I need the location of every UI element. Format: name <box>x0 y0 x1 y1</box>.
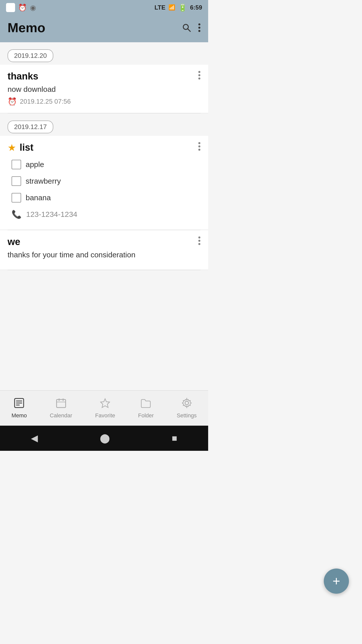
status-icon-white <box>6 3 15 12</box>
nav-folder-label: Folder <box>138 412 154 419</box>
memo-header-3: we <box>8 236 201 248</box>
svg-point-6 <box>198 74 200 76</box>
memo-title-2: list <box>20 142 33 153</box>
globe-status-icon: ◉ <box>30 4 36 12</box>
more-button[interactable] <box>198 23 201 32</box>
alarm-icon-1: ⏰ <box>8 97 17 106</box>
app-title: Memo <box>8 20 45 35</box>
svg-point-8 <box>198 142 200 144</box>
nav-favorite-label: Favorite <box>95 412 115 419</box>
checklist-item-1[interactable]: strawberry <box>8 173 201 189</box>
memo-body-3: thanks for your time and consideration <box>8 251 201 259</box>
svg-point-12 <box>198 240 200 242</box>
phone-icon: 📞 <box>12 210 22 219</box>
nav-memo[interactable]: Memo <box>12 397 27 419</box>
alarm-status-icon: ⏰ <box>18 4 27 12</box>
svg-point-4 <box>198 30 200 32</box>
svg-rect-18 <box>57 399 66 408</box>
nav-calendar[interactable]: Calendar <box>50 397 72 419</box>
checklist-item-0[interactable]: apple <box>8 156 201 173</box>
nav-settings[interactable]: Settings <box>177 397 197 419</box>
home-button[interactable]: ⬤ <box>100 433 110 444</box>
memo-more-button-2[interactable] <box>198 142 201 153</box>
date-badge-2: 2019.12.17 <box>8 120 53 133</box>
battery-icon: 🔋 <box>178 4 187 12</box>
phone-row[interactable]: 📞 123-1234-1234 <box>8 206 201 223</box>
memo-more-icon-1 <box>198 71 201 80</box>
memo-more-button-3[interactable] <box>198 236 201 248</box>
search-button[interactable] <box>182 23 191 32</box>
search-icon <box>182 23 191 32</box>
memo-nav-icon <box>14 397 25 411</box>
memo-title-row-2: ★ list <box>8 142 33 153</box>
svg-point-10 <box>198 149 200 151</box>
status-left: ⏰ ◉ <box>6 3 36 12</box>
system-nav-bar: ◀ ⬤ ■ <box>0 426 208 451</box>
nav-settings-label: Settings <box>177 412 197 419</box>
date-badge-wrap-2: 2019.12.17 <box>0 113 208 136</box>
memo-body-1: now download <box>8 85 201 94</box>
memo-title-3: we <box>8 236 20 247</box>
checkbox-1[interactable] <box>12 176 21 186</box>
memo-title-1: thanks <box>8 71 38 82</box>
favorite-nav-icon <box>100 397 111 411</box>
divider-3 <box>8 270 201 270</box>
app-header: Memo <box>0 15 208 42</box>
svg-line-1 <box>188 29 190 31</box>
settings-nav-icon <box>181 397 192 411</box>
phone-number: 123-1234-1234 <box>26 210 77 219</box>
checklist-item-2[interactable]: banana <box>8 189 201 206</box>
date-badge-wrap-1: 2019.12.20 <box>0 42 208 65</box>
lte-label: LTE <box>154 4 165 11</box>
checklist-text-1: strawberry <box>26 177 61 185</box>
memo-header-1: thanks <box>8 71 201 82</box>
memo-title-row-3: we <box>8 236 20 247</box>
date-badge-1: 2019.12.20 <box>8 49 53 62</box>
calendar-nav-icon <box>56 397 67 411</box>
header-icons <box>182 23 201 32</box>
svg-marker-22 <box>101 399 110 408</box>
main-content: 2019.12.20 thanks now download ⏰ 2019.12… <box>0 42 208 390</box>
svg-point-5 <box>198 71 200 73</box>
bottom-nav: Memo Calendar Favorite Folder <box>0 390 208 426</box>
memo-card-2[interactable]: ★ list apple strawberry banana <box>0 136 208 230</box>
svg-point-7 <box>198 77 200 79</box>
signal-icon: 📶 <box>168 4 175 11</box>
memo-more-button-1[interactable] <box>198 71 201 82</box>
memo-title-row-1: thanks <box>8 71 38 82</box>
alarm-time-1: 2019.12.25 07:56 <box>20 98 71 105</box>
nav-favorite[interactable]: Favorite <box>95 397 115 419</box>
memo-card-3[interactable]: we thanks for your time and consideratio… <box>0 230 208 270</box>
memo-more-icon-3 <box>198 236 201 245</box>
memo-card-1[interactable]: thanks now download ⏰ 2019.12.25 07:56 <box>0 65 208 113</box>
recent-button[interactable]: ■ <box>172 433 177 444</box>
checklist-text-2: banana <box>26 193 51 202</box>
nav-folder[interactable]: Folder <box>138 397 154 419</box>
checklist-text-0: apple <box>26 160 44 169</box>
checkbox-0[interactable] <box>12 160 21 169</box>
svg-point-9 <box>198 145 200 147</box>
svg-point-13 <box>198 243 200 245</box>
status-right: LTE 📶 🔋 6:59 <box>154 4 202 12</box>
svg-point-2 <box>198 23 200 25</box>
svg-point-23 <box>185 401 189 405</box>
more-icon <box>198 23 201 32</box>
checkbox-2[interactable] <box>12 193 21 203</box>
svg-point-11 <box>198 236 200 238</box>
status-bar: ⏰ ◉ LTE 📶 🔋 6:59 <box>0 0 208 15</box>
star-icon-2: ★ <box>8 142 16 153</box>
folder-nav-icon <box>140 397 151 411</box>
back-button[interactable]: ◀ <box>31 433 38 444</box>
memo-time-1: ⏰ 2019.12.25 07:56 <box>8 97 201 106</box>
nav-calendar-label: Calendar <box>50 412 72 419</box>
time-display: 6:59 <box>190 4 202 11</box>
memo-more-icon-2 <box>198 142 201 151</box>
nav-memo-label: Memo <box>12 412 27 419</box>
memo-header-2: ★ list <box>8 142 201 153</box>
svg-point-3 <box>198 27 200 29</box>
